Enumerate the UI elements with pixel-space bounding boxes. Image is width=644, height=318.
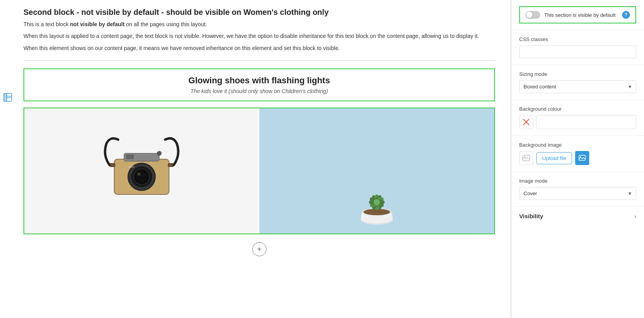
main-content-area: Second block - not visible by default - … xyxy=(0,0,511,318)
bg-image-section: Background image Upload file xyxy=(511,136,644,172)
toggle-knob xyxy=(526,12,532,18)
image-mode-select[interactable]: Cover Contain Repeat xyxy=(519,187,636,200)
svg-point-14 xyxy=(157,151,162,156)
svg-point-26 xyxy=(374,199,380,205)
glowing-block: Glowing shoes with flashing lights The k… xyxy=(23,68,495,101)
images-block: SONY xyxy=(23,108,495,234)
css-classes-input[interactable] xyxy=(519,45,636,58)
colour-row xyxy=(519,115,636,129)
section-desc-2: When this layout is applied to a content… xyxy=(23,32,495,40)
visibility-chevron-icon: › xyxy=(634,213,636,219)
css-classes-section: CSS classes xyxy=(511,30,644,65)
add-section-button[interactable]: + xyxy=(23,234,495,264)
camera-image: SONY xyxy=(24,108,259,234)
image-placeholder-icon xyxy=(519,151,533,165)
svg-rect-1 xyxy=(4,93,7,101)
image-mode-label: Image mode xyxy=(519,178,636,184)
bg-image-label: Background image xyxy=(519,142,636,148)
sizing-mode-select[interactable]: Boxed content Full width Fixed width xyxy=(519,80,636,93)
upload-file-button[interactable]: Upload file xyxy=(536,152,572,164)
section-desc-1: This is a text block not visible by defa… xyxy=(23,20,495,29)
plant-image xyxy=(259,108,495,234)
visibility-toggle-row: This section is visible by default ? xyxy=(519,6,636,23)
visibility-section-label: Visibility xyxy=(519,213,543,219)
svg-point-10 xyxy=(137,172,140,176)
sizing-mode-select-wrapper: Boxed content Full width Fixed width ▼ xyxy=(519,80,636,93)
css-classes-label: CSS classes xyxy=(519,36,636,42)
svg-rect-13 xyxy=(126,155,134,159)
glowing-subtitle: The kids love it (should only show on Ch… xyxy=(31,88,488,94)
right-panel: This section is visible by default ? CSS… xyxy=(511,0,644,318)
visibility-toggle-section: This section is visible by default ? xyxy=(511,0,644,30)
add-circle-icon: + xyxy=(252,242,266,256)
glowing-title: Glowing shoes with flashing lights xyxy=(31,75,488,86)
section-desc-3: When this element shows on our content p… xyxy=(23,44,495,52)
content-wrapper: Second block - not visible by default - … xyxy=(0,0,511,280)
image-mode-section: Image mode Cover Contain Repeat ▼ xyxy=(511,172,644,207)
section-divider xyxy=(23,60,495,61)
image-browse-button[interactable] xyxy=(575,151,589,165)
sizing-mode-section: Sizing mode Boxed content Full width Fix… xyxy=(511,65,644,100)
sidebar-toggle-icon[interactable] xyxy=(0,90,16,105)
image-browse-icon xyxy=(579,155,586,162)
visibility-toggle[interactable] xyxy=(525,11,540,19)
image-upload-row: Upload file xyxy=(519,151,636,165)
visibility-section[interactable]: Visibility › xyxy=(511,207,644,226)
eraser-icon xyxy=(523,119,530,126)
colour-erase-button[interactable] xyxy=(519,115,533,129)
toggle-help-icon[interactable]: ? xyxy=(622,11,630,19)
image-mode-select-wrapper: Cover Contain Repeat ▼ xyxy=(519,187,636,200)
bg-colour-section: Background colour xyxy=(511,100,644,136)
svg-text:SONY: SONY xyxy=(128,166,135,168)
image-icon xyxy=(522,154,530,162)
bg-colour-label: Background colour xyxy=(519,106,636,112)
toggle-label: This section is visible by default xyxy=(544,12,618,18)
section-header: Second block - not visible by default - … xyxy=(23,8,495,52)
section-title: Second block - not visible by default - … xyxy=(23,8,495,17)
sizing-mode-label: Sizing mode xyxy=(519,71,636,77)
colour-input-box[interactable] xyxy=(536,115,636,129)
